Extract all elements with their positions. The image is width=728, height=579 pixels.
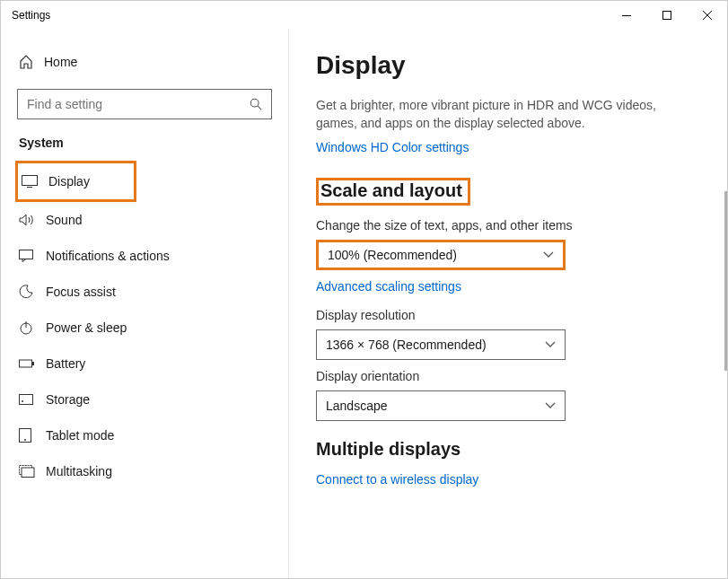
multiple-displays-heading: Multiple displays bbox=[316, 439, 700, 460]
svg-rect-12 bbox=[32, 362, 34, 365]
svg-point-14 bbox=[22, 400, 23, 402]
svg-rect-13 bbox=[20, 395, 33, 405]
section-label: System bbox=[1, 136, 288, 161]
nav-label: Power & sleep bbox=[46, 320, 127, 335]
sidebar-item-tablet-mode[interactable]: Tablet mode bbox=[1, 417, 288, 453]
nav-label: Focus assist bbox=[46, 285, 116, 299]
page-title: Display bbox=[316, 51, 700, 80]
svg-line-5 bbox=[258, 106, 261, 110]
orientation-value: Landscape bbox=[326, 399, 545, 413]
scale-label: Change the size of text, apps, and other… bbox=[316, 218, 700, 232]
svg-point-4 bbox=[250, 99, 259, 107]
home-label: Home bbox=[44, 55, 77, 69]
nav-label: Notifications & actions bbox=[46, 249, 170, 263]
nav-label: Storage bbox=[46, 392, 90, 407]
home-icon bbox=[19, 55, 44, 69]
window-title: Settings bbox=[12, 9, 50, 22]
svg-rect-18 bbox=[22, 468, 34, 478]
hdr-settings-link[interactable]: Windows HD Color settings bbox=[316, 140, 700, 154]
nav-label: Display bbox=[48, 174, 90, 189]
sound-icon bbox=[19, 214, 46, 226]
battery-icon bbox=[19, 358, 46, 369]
display-icon bbox=[22, 175, 48, 188]
notifications-icon bbox=[19, 250, 46, 262]
resolution-value: 1366 × 768 (Recommended) bbox=[326, 338, 545, 352]
svg-rect-8 bbox=[20, 250, 33, 259]
nav-label: Tablet mode bbox=[46, 428, 114, 443]
scale-dropdown[interactable]: 100% (Recommended) bbox=[316, 240, 566, 270]
search-input[interactable] bbox=[17, 89, 272, 119]
sidebar-item-focus-assist[interactable]: Focus assist bbox=[1, 274, 288, 310]
orientation-label: Display orientation bbox=[316, 369, 700, 383]
sidebar: Home System Display Sound Notifications … bbox=[1, 30, 288, 578]
sidebar-item-battery[interactable]: Battery bbox=[1, 346, 288, 382]
chevron-down-icon bbox=[545, 402, 556, 409]
storage-icon bbox=[19, 394, 46, 405]
svg-rect-1 bbox=[662, 12, 671, 20]
search-field[interactable] bbox=[27, 97, 250, 111]
sidebar-item-sound[interactable]: Sound bbox=[1, 202, 288, 238]
power-icon bbox=[19, 320, 46, 335]
wireless-display-link[interactable]: Connect to a wireless display bbox=[316, 472, 700, 487]
nav-list: Display Sound Notifications & actions Fo… bbox=[1, 161, 288, 489]
titlebar: Settings bbox=[1, 1, 727, 30]
svg-rect-6 bbox=[22, 176, 38, 186]
svg-rect-11 bbox=[20, 360, 32, 367]
advanced-scaling-link[interactable]: Advanced scaling settings bbox=[316, 279, 700, 294]
sidebar-item-power-sleep[interactable]: Power & sleep bbox=[1, 310, 288, 346]
multitasking-icon bbox=[19, 465, 46, 478]
nav-label: Battery bbox=[46, 356, 85, 371]
maximize-button[interactable] bbox=[646, 2, 687, 29]
hdr-description: Get a brighter, more vibrant picture in … bbox=[316, 96, 684, 133]
sidebar-item-notifications[interactable]: Notifications & actions bbox=[1, 238, 288, 274]
scale-value: 100% (Recommended) bbox=[328, 248, 543, 262]
resolution-label: Display resolution bbox=[316, 308, 700, 322]
minimize-button[interactable] bbox=[606, 2, 646, 29]
scrollbar[interactable] bbox=[724, 191, 727, 371]
home-nav[interactable]: Home bbox=[1, 48, 288, 76]
nav-label: Multitasking bbox=[46, 464, 112, 478]
search-icon bbox=[250, 98, 262, 110]
main-panel: Display Get a brighter, more vibrant pic… bbox=[288, 30, 727, 578]
svg-point-16 bbox=[24, 439, 26, 441]
nav-label: Sound bbox=[46, 213, 82, 227]
window-controls bbox=[606, 2, 727, 29]
resolution-dropdown[interactable]: 1366 × 768 (Recommended) bbox=[316, 329, 566, 360]
sidebar-item-storage[interactable]: Storage bbox=[1, 382, 288, 417]
scale-layout-heading: Scale and layout bbox=[316, 178, 700, 206]
sidebar-item-multitasking[interactable]: Multitasking bbox=[1, 453, 288, 489]
chevron-down-icon bbox=[545, 341, 556, 348]
chevron-down-icon bbox=[543, 251, 554, 259]
close-button[interactable] bbox=[687, 2, 727, 29]
focus-assist-icon bbox=[19, 285, 46, 299]
orientation-dropdown[interactable]: Landscape bbox=[316, 390, 566, 421]
tablet-icon bbox=[19, 428, 46, 443]
svg-rect-0 bbox=[622, 15, 631, 16]
sidebar-item-display[interactable]: Display bbox=[15, 161, 136, 202]
